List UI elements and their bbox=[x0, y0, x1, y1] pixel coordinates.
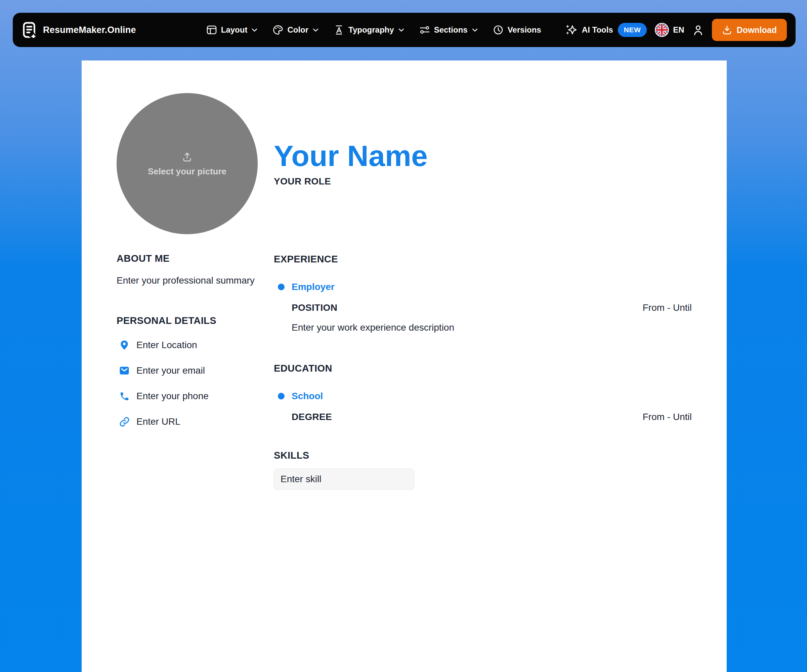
brand-logo[interactable]: ResumeMaker.Online bbox=[23, 22, 136, 38]
personal-details-heading: PERSONAL DETAILS bbox=[116, 315, 259, 326]
nav-item-layout[interactable]: Layout bbox=[207, 25, 258, 35]
clock-icon bbox=[493, 25, 503, 35]
download-button[interactable]: Download bbox=[712, 19, 787, 41]
nav-item-label: Versions bbox=[508, 25, 541, 35]
chevron-down-icon bbox=[399, 28, 404, 32]
ai-tools-button[interactable]: AI Tools NEW bbox=[565, 23, 647, 37]
degree-field[interactable]: DEGREE bbox=[292, 411, 332, 422]
education-entry: School DEGREE From - Until bbox=[274, 390, 692, 422]
language-selector[interactable]: EN bbox=[655, 23, 684, 37]
nav-item-label: Layout bbox=[221, 25, 247, 35]
navbar-right-group: AI Tools NEW bbox=[565, 19, 787, 41]
position-field[interactable]: POSITION bbox=[292, 302, 337, 313]
palette-icon bbox=[273, 25, 283, 35]
upload-icon bbox=[181, 151, 193, 163]
location-placeholder: Enter Location bbox=[136, 340, 197, 350]
uk-flag-icon bbox=[655, 23, 669, 37]
sparkles-icon bbox=[565, 24, 577, 36]
email-icon bbox=[119, 365, 130, 376]
employer-row: Employer bbox=[292, 281, 692, 293]
nav-item-versions[interactable]: Versions bbox=[493, 25, 541, 35]
phone-icon bbox=[119, 390, 130, 402]
chevron-down-icon bbox=[472, 28, 478, 32]
layout-icon bbox=[207, 25, 217, 35]
email-field[interactable]: Enter your email bbox=[116, 364, 259, 377]
new-badge: NEW bbox=[618, 23, 647, 37]
entry-bullet-dot bbox=[278, 284, 285, 290]
position-row: POSITION From - Until bbox=[292, 302, 692, 313]
entry-bullet-dot bbox=[278, 393, 285, 400]
nav-item-label: Color bbox=[287, 25, 309, 35]
employer-field[interactable]: Employer bbox=[292, 282, 335, 292]
education-heading: EDUCATION bbox=[274, 363, 692, 374]
photo-placeholder-label: Select your picture bbox=[148, 166, 226, 177]
typography-icon bbox=[334, 25, 344, 35]
link-icon bbox=[119, 416, 130, 427]
brand-name: ResumeMaker.Online bbox=[43, 25, 136, 35]
nav-item-sections[interactable]: Sections bbox=[420, 25, 478, 35]
email-placeholder: Enter your email bbox=[136, 365, 205, 376]
location-field[interactable]: Enter Location bbox=[116, 338, 259, 352]
school-row: School bbox=[292, 390, 692, 402]
skills-heading: SKILLS bbox=[274, 450, 692, 461]
phone-placeholder: Enter your phone bbox=[136, 391, 209, 402]
experience-dates-field[interactable]: From - Until bbox=[643, 302, 692, 313]
about-me-heading: ABOUT ME bbox=[116, 253, 259, 264]
nav-item-label: Typography bbox=[349, 25, 394, 35]
user-icon bbox=[692, 24, 704, 36]
photo-upload-circle[interactable]: Select your picture bbox=[116, 93, 258, 234]
resume-canvas: Select your picture ABOUT ME Enter your … bbox=[81, 60, 727, 672]
chevron-down-icon bbox=[313, 28, 319, 32]
top-navbar: ResumeMaker.Online Layout Color bbox=[13, 13, 795, 47]
location-pin-icon bbox=[119, 339, 130, 351]
account-button[interactable] bbox=[692, 24, 704, 36]
download-label: Download bbox=[737, 25, 777, 35]
nav-menu: Layout Color Typography bbox=[207, 25, 541, 35]
degree-row: DEGREE From - Until bbox=[292, 411, 692, 422]
url-placeholder: Enter URL bbox=[136, 416, 180, 427]
ai-tools-label: AI Tools bbox=[582, 25, 613, 35]
resume-logo-icon bbox=[23, 22, 37, 38]
role-field[interactable]: YOUR ROLE bbox=[274, 176, 692, 187]
experience-description-field[interactable]: Enter your work experience description bbox=[292, 322, 692, 334]
experience-entry: Employer POSITION From - Until Enter you… bbox=[274, 281, 692, 334]
experience-heading: EXPERIENCE bbox=[274, 254, 692, 265]
phone-field[interactable]: Enter your phone bbox=[116, 390, 259, 403]
school-field[interactable]: School bbox=[292, 391, 323, 401]
nav-item-color[interactable]: Color bbox=[273, 25, 319, 35]
nav-item-label: Sections bbox=[434, 25, 468, 35]
education-dates-field[interactable]: From - Until bbox=[643, 411, 692, 422]
download-icon bbox=[722, 25, 732, 35]
nav-item-typography[interactable]: Typography bbox=[334, 25, 404, 35]
chevron-down-icon bbox=[252, 28, 257, 32]
resume-right-column: Your Name YOUR ROLE EXPERIENCE Employer … bbox=[274, 60, 692, 490]
language-code: EN bbox=[673, 25, 684, 35]
skill-input[interactable] bbox=[274, 468, 414, 490]
resume-left-column: Select your picture ABOUT ME Enter your … bbox=[116, 60, 259, 490]
summary-placeholder[interactable]: Enter your professional summary bbox=[116, 273, 259, 288]
name-field[interactable]: Your Name bbox=[274, 141, 692, 171]
sliders-icon bbox=[420, 25, 430, 35]
url-field[interactable]: Enter URL bbox=[116, 415, 259, 428]
